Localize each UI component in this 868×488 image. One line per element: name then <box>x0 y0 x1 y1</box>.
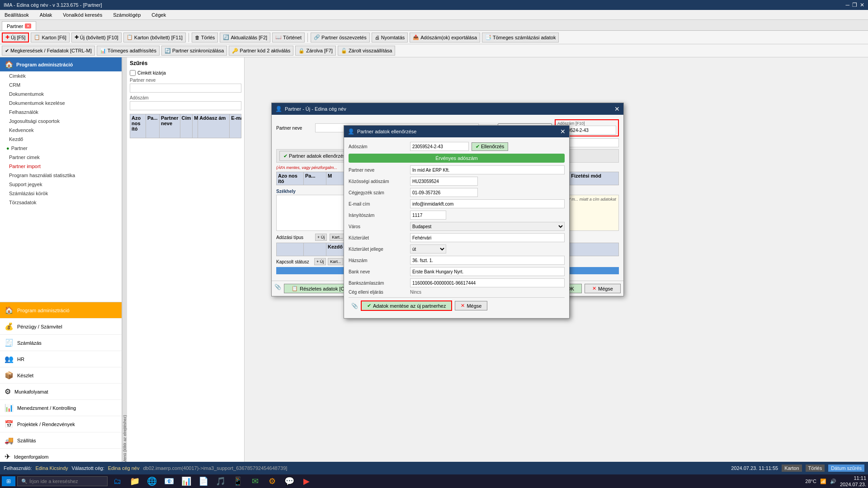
menu-cegek[interactable]: Cégek <box>149 11 169 19</box>
nav-partner[interactable]: ● Partner <box>0 144 122 153</box>
nav-partner-cimek[interactable]: Partner cimek <box>0 153 122 162</box>
dialog-check-close[interactable]: ✕ <box>560 128 566 135</box>
kapcsolt-kart-btn[interactable]: Kart... <box>328 258 343 265</box>
partner-check-btn[interactable]: ✔ Partner adatok ellenőrzése <box>279 151 352 161</box>
nav-bottom-hr[interactable]: 👥 HR <box>0 351 122 367</box>
nav-bottom-projektek[interactable]: 📅 Projektek / Rendezvények <box>0 416 122 432</box>
check-varos-select[interactable]: Budapest <box>410 222 565 231</box>
adozasi-kart-btn[interactable]: Kart... <box>330 234 345 241</box>
nav-torzsadatok[interactable]: Törzsadatok <box>0 198 122 207</box>
connection-string: db02.imaerp.com(40017)->ima3_support_636… <box>143 465 287 471</box>
csoportos-input[interactable] <box>565 138 619 147</box>
status-bar: Felhasználó: Edina Kicsindy Választott c… <box>0 462 868 474</box>
check-iranyitoszam-input[interactable]: 1117 <box>410 211 446 220</box>
nav-cimkek[interactable]: Cimkék <box>0 71 122 80</box>
taskbar-search[interactable]: 🔍 Írjon ide a kereséshez <box>17 476 108 486</box>
nav-dokumentumok-kezelese[interactable]: Dokumentumok kezelése <box>0 99 122 108</box>
menu-ablak[interactable]: Ablak <box>37 11 55 19</box>
check-partner-neve-input[interactable]: In mid Air ERP Kft. <box>410 165 565 174</box>
taskbar-app-7[interactable]: 🎵 <box>212 474 229 488</box>
nav-bottom-menedzsment[interactable]: 📊 Menedzsment / Kontrolling <box>0 400 122 416</box>
taskbar-app-8[interactable]: 📱 <box>230 474 246 488</box>
btn-uj-bovitett[interactable]: ✚ Új (bővített) [F10] <box>71 33 122 42</box>
partner-neve-filter-input[interactable] <box>130 84 241 93</box>
taskbar-app-10[interactable]: ⚙ <box>264 474 280 488</box>
nav-kedvencek[interactable]: Kedvencek <box>0 126 122 135</box>
check-bank-neve-input[interactable]: Erste Bank Hungary Nyrt. <box>410 267 565 276</box>
btn-karton[interactable]: 📋 Karton [F6] <box>31 33 69 42</box>
btn-datum-szures[interactable]: Dátum szűrés <box>828 465 864 472</box>
nav-kezdo[interactable]: Kezdő <box>0 135 122 144</box>
menu-beallitasok[interactable]: Beállítások <box>2 11 32 19</box>
taskbar-app-6[interactable]: 📄 <box>195 474 212 488</box>
btn-adoszam-export[interactable]: 📤 Adószám(ok) exportálása <box>410 33 480 42</box>
adozasi-uj-btn[interactable]: + Új <box>315 234 327 241</box>
nav-bottom-program-admin[interactable]: 🏠 Program adminisztráció <box>0 302 122 319</box>
minimize-btn[interactable]: ─ <box>845 2 849 8</box>
btn-aktualizalas[interactable]: 🔄 Aktualizálás [F2] <box>220 33 270 42</box>
check-kozterulet-jellege-select[interactable]: út <box>410 244 446 253</box>
nav-jogosultsagi[interactable]: Jogosultsági csoportok <box>0 117 122 126</box>
nav-crm[interactable]: CRM <box>0 80 122 89</box>
kapcsolt-uj-btn[interactable]: + Új <box>314 258 326 265</box>
menu-szamologep[interactable]: Számológép <box>110 11 143 19</box>
btn-tortenet[interactable]: 📖 Történet <box>272 33 305 42</box>
nav-bottom-keszlet[interactable]: 📦 Készlet <box>0 367 122 384</box>
taskbar-app-2[interactable]: 📁 <box>127 474 143 488</box>
nav-bottom-szamlazas[interactable]: 🧾 Számlázás <box>0 335 122 351</box>
btn-partner-osszevezetés[interactable]: 🔗 Partner összevzetés <box>311 33 370 42</box>
nav-bottom-penzugy[interactable]: 💰 Pénzügy / Számvitel <box>0 319 122 335</box>
btn-zarolva[interactable]: 🔒 Zárolva [F7] <box>295 46 336 56</box>
menu-vonalkod[interactable]: Vonalkód keresés <box>60 11 105 19</box>
check-kozossegi-input[interactable]: HU23059524 <box>410 177 478 186</box>
adoszam-filter-input[interactable] <box>130 101 241 110</box>
check-bankszamlaszam-input[interactable]: 11600006-00000001-96617444 <box>410 278 565 287</box>
taskbar-app-12[interactable]: ▶ <box>298 474 315 488</box>
btn-torles[interactable]: 🗑 Törlés <box>192 33 218 42</box>
btn-torles-status[interactable]: Törlés <box>806 465 825 472</box>
ellenorzes-btn[interactable]: ✔ Ellenőrzés <box>472 142 508 151</box>
nav-partner-import[interactable]: Partner import <box>0 162 122 171</box>
check-kozterulet-input[interactable]: Fehérvári <box>410 233 565 242</box>
btn-uj[interactable]: ✚ Új [F5] <box>2 33 29 42</box>
taskbar-app-4[interactable]: 📧 <box>161 474 177 488</box>
btn-nyomtatas[interactable]: 🖨 Nyomtatás <box>372 33 408 42</box>
check-megse-btn[interactable]: ✕ Mégse <box>455 301 487 310</box>
close-btn[interactable]: ✕ <box>860 2 864 8</box>
taskbar-app-1[interactable]: 🗂 <box>109 474 126 488</box>
btn-partner-szinkron[interactable]: 🔄 Partner szinkronizálása <box>161 46 227 56</box>
taskbar-app-9[interactable]: ✉ <box>247 474 263 488</box>
btn-partner-kod2[interactable]: 🔑 Partner kód 2 aktiválás <box>229 46 293 56</box>
start-button[interactable]: ⊞ <box>2 476 15 486</box>
restore-btn[interactable]: ❐ <box>852 2 857 8</box>
nav-support[interactable]: Support jegyek <box>0 180 122 189</box>
nav-felhasznalok[interactable]: Felhasználók <box>0 108 122 117</box>
nav-bottom-szallitas[interactable]: 🚚 Szállítás <box>0 432 122 449</box>
check-hazszam-input[interactable]: 36. fszt. 1. <box>410 256 565 265</box>
nav-program-stat[interactable]: Program használati statisztika <box>0 171 122 180</box>
adoszam-check-input[interactable] <box>410 142 469 151</box>
check-cegjegyzek-input[interactable]: 01-09-357326 <box>410 188 478 197</box>
side-menu-text[interactable]: Menü (klikk az elrejtéshez) <box>122 57 127 465</box>
btn-zarolt-visszaallitas[interactable]: 🔓 Zárolt visszaállítása <box>338 46 396 56</box>
btn-tomeges-adatfrissites[interactable]: 📊 Tömeges adatfrissítés <box>97 46 160 56</box>
tab-partner[interactable]: Partner ✕ <box>2 21 36 30</box>
btn-dialog-megse[interactable]: ✕ Mégse <box>585 284 621 293</box>
btn-tomeges-szamlazas[interactable]: 📑 Tömeges számlázási adatok <box>482 33 559 42</box>
adatok-ment-btn[interactable]: ✔ Adatok mentése az új partnerhez <box>361 300 452 311</box>
btn-megkeresések[interactable]: ✔ Megkeresések / Feladatok [CTRL-M] <box>2 46 95 56</box>
check-email-input[interactable]: info@inmidarkft.com <box>410 199 565 208</box>
nav-dokumentumok[interactable]: Dokumentumok <box>0 89 122 99</box>
nav-szamlazasi-korok[interactable]: Számlázási körök <box>0 189 122 198</box>
taskbar-app-5[interactable]: 📊 <box>178 474 194 488</box>
taskbar-app-3[interactable]: 🌐 <box>144 474 160 488</box>
btn-karton-bovitett[interactable]: 📋 Karton (bővített) [F11] <box>123 33 186 42</box>
tab-partner-close[interactable]: ✕ <box>25 23 31 28</box>
kapcsolt-statusz-label: Kapcsolt státusz <box>276 259 312 264</box>
window-controls[interactable]: ─ ❐ ✕ <box>845 2 864 8</box>
nav-bottom-munkafolyamat[interactable]: ⚙ Munkafolyamat <box>0 384 122 400</box>
cimket-kizarja-checkbox[interactable] <box>130 70 136 76</box>
taskbar-app-11[interactable]: 💬 <box>281 474 297 488</box>
dialog-partner-new-close[interactable]: ✕ <box>614 105 620 113</box>
btn-karton-status[interactable]: Karton <box>782 465 802 472</box>
